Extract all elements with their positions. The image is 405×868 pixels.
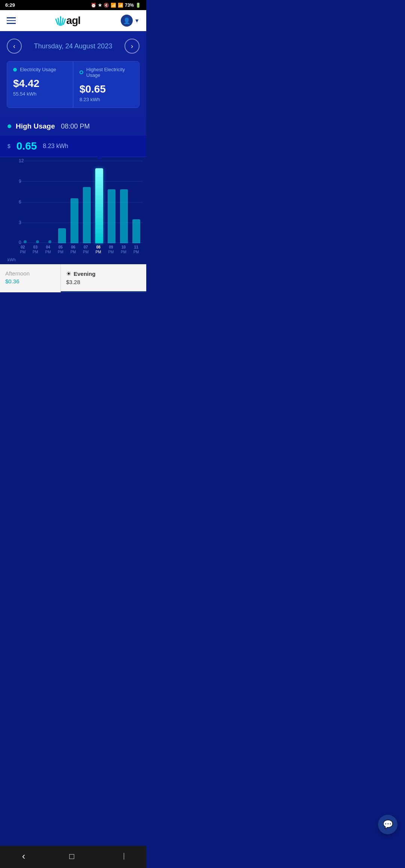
bar-10-pm[interactable] bbox=[120, 161, 128, 243]
x-label-11: 11PM bbox=[132, 245, 140, 254]
header: agl 👤 ▼ bbox=[0, 10, 146, 31]
evening-amount: $3.28 bbox=[66, 279, 141, 285]
tooltip-dollar: $ bbox=[8, 143, 10, 149]
usage-cards-container: Electricity Usage $4.42 55.54 kWh Highes… bbox=[0, 61, 146, 117]
highest-dot bbox=[80, 70, 83, 74]
chevron-down-icon: ▼ bbox=[134, 18, 140, 24]
highest-amount: $0.65 bbox=[80, 83, 133, 95]
tooltip-bar: $ 0.65 8.23 kWh bbox=[0, 136, 146, 157]
bar-07-pm[interactable] bbox=[83, 161, 91, 243]
electricity-kwh: 55.54 kWh bbox=[13, 91, 67, 97]
high-usage-banner: High Usage 08:00 PM bbox=[0, 117, 146, 136]
next-date-button[interactable]: › bbox=[124, 39, 140, 54]
highest-usage-card: Highest Electricity Usage $0.65 8.23 kWh bbox=[73, 61, 140, 108]
chart-section: High Usage 08:00 PM $ 0.65 8.23 kWh 12 9… bbox=[0, 117, 146, 264]
bars-area bbox=[19, 161, 142, 243]
bar-11-pm[interactable] bbox=[132, 161, 140, 243]
x-label-08: 08PM bbox=[94, 245, 103, 254]
bar-normal[interactable] bbox=[48, 240, 51, 243]
bar-normal[interactable] bbox=[58, 228, 66, 243]
status-icons: ⏰ ★ 🔇 📶 📶 73% 🔋 bbox=[91, 3, 141, 8]
user-area[interactable]: 👤 ▼ bbox=[121, 15, 140, 27]
x-label-05: 05PM bbox=[57, 245, 65, 254]
date-display: Thursday, 24 August 2023 bbox=[34, 42, 112, 50]
bar-normal[interactable] bbox=[36, 240, 39, 243]
date-navigation: ‹ Thursday, 24 August 2023 › bbox=[0, 31, 146, 61]
prev-date-button[interactable]: ‹ bbox=[7, 39, 22, 54]
alarm-icon: ⏰ bbox=[91, 3, 96, 8]
mute-icon: 🔇 bbox=[104, 3, 109, 8]
afternoon-amount: $0.36 bbox=[5, 278, 55, 284]
battery-icon: 🔋 bbox=[135, 3, 141, 8]
bar-normal[interactable] bbox=[132, 219, 140, 243]
hamburger-menu[interactable] bbox=[7, 17, 16, 24]
high-usage-time: 08:00 PM bbox=[61, 123, 90, 130]
chart-container[interactable]: 12 9 6 3 0 02PM03PM04PM05PM06PM07PM08PM0… bbox=[0, 157, 146, 264]
chart-grid: 12 9 6 3 0 bbox=[4, 161, 142, 243]
bar-highlighted[interactable] bbox=[95, 168, 103, 243]
highest-label: Highest Electricity Usage bbox=[80, 67, 133, 78]
y-unit: kWh bbox=[4, 257, 142, 264]
electricity-label: Electricity Usage bbox=[13, 67, 67, 72]
x-label-07: 07PM bbox=[82, 245, 90, 254]
x-label-06: 06PM bbox=[69, 245, 77, 254]
electricity-dot bbox=[13, 68, 17, 72]
x-label-03: 03PM bbox=[32, 245, 40, 254]
tooltip-kwh: 8.23 kWh bbox=[43, 143, 68, 150]
sun-icon: ☀ bbox=[66, 270, 71, 277]
user-icon: 👤 bbox=[121, 15, 133, 27]
bar-05-pm[interactable] bbox=[58, 161, 66, 243]
highest-kwh: 8.23 kWh bbox=[80, 97, 133, 102]
signal-icon: 📶 bbox=[118, 3, 123, 8]
logo: agl bbox=[56, 15, 80, 27]
bar-04-pm[interactable] bbox=[46, 161, 54, 243]
logo-icon bbox=[56, 15, 65, 26]
high-usage-dot bbox=[8, 124, 11, 128]
tooltip-arrow bbox=[96, 155, 102, 161]
evening-label: Evening bbox=[74, 271, 95, 277]
electricity-amount: $4.42 bbox=[13, 78, 67, 90]
x-label-04: 04PM bbox=[44, 245, 52, 254]
tooltip-amount: 0.65 bbox=[16, 140, 37, 152]
bluetooth-icon: ★ bbox=[98, 3, 102, 8]
logo-text: agl bbox=[66, 15, 80, 27]
status-bar: 6:29 ⏰ ★ 🔇 📶 📶 73% 🔋 bbox=[0, 0, 146, 10]
bar-normal[interactable] bbox=[83, 187, 91, 243]
evening-header: ☀ Evening bbox=[66, 270, 141, 277]
bottom-section: Afternoon $0.36 ☀ Evening $3.28 bbox=[0, 264, 146, 292]
bar-09-pm[interactable] bbox=[108, 161, 116, 243]
bar-08-pm[interactable] bbox=[95, 161, 103, 243]
bar-06-pm[interactable] bbox=[70, 161, 78, 243]
wifi-icon: 📶 bbox=[111, 3, 116, 8]
bar-normal[interactable] bbox=[24, 240, 27, 243]
battery-text: 73% bbox=[125, 3, 134, 8]
x-label-02: 02PM bbox=[19, 245, 27, 254]
bar-normal[interactable] bbox=[108, 189, 116, 243]
bar-02-pm[interactable] bbox=[21, 161, 29, 243]
x-labels: 02PM03PM04PM05PM06PM07PM08PM09PM10PM11PM bbox=[4, 243, 142, 257]
x-label-10: 10PM bbox=[120, 245, 128, 254]
x-label-09: 09PM bbox=[107, 245, 115, 254]
electricity-usage-card: Electricity Usage $4.42 55.54 kWh bbox=[7, 61, 73, 108]
bar-normal[interactable] bbox=[120, 189, 128, 243]
bar-03-pm[interactable] bbox=[33, 161, 41, 243]
bar-normal[interactable] bbox=[70, 198, 78, 243]
afternoon-panel[interactable]: Afternoon $0.36 bbox=[0, 264, 61, 292]
status-time: 6:29 bbox=[5, 2, 15, 8]
evening-panel[interactable]: ☀ Evening $3.28 bbox=[61, 264, 146, 292]
high-usage-label: High Usage bbox=[16, 122, 55, 130]
afternoon-label: Afternoon bbox=[5, 270, 55, 277]
